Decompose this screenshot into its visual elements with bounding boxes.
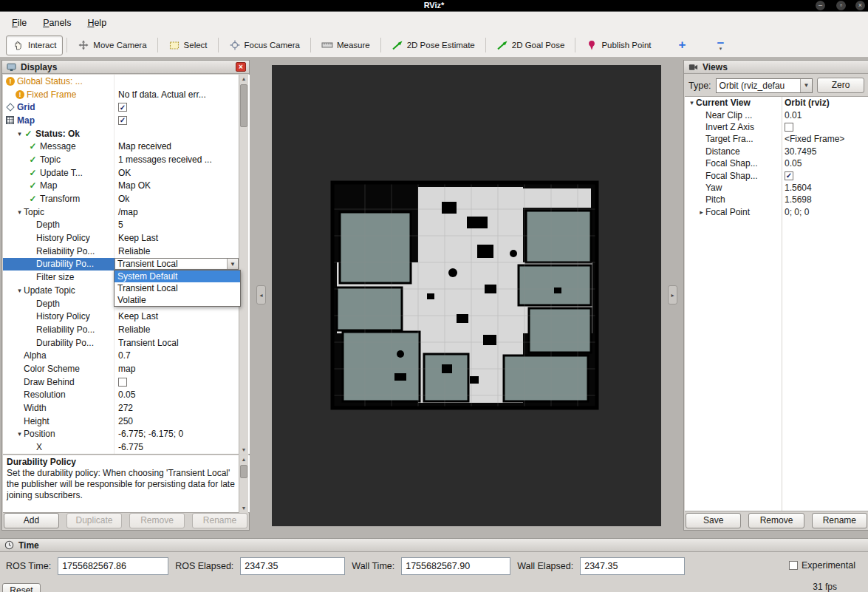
add-tool-button[interactable]: + xyxy=(671,36,694,54)
rename-display-button[interactable]: Rename xyxy=(192,513,247,528)
rename-view-button[interactable]: Rename xyxy=(812,513,867,528)
displays-scrollbar[interactable]: ▲ ▼ xyxy=(239,75,248,455)
time-field-input[interactable] xyxy=(240,557,345,575)
experimental-toggle[interactable]: Experimental xyxy=(789,560,855,571)
tree-row[interactable]: Width272 xyxy=(3,401,240,415)
reset-button[interactable]: Reset xyxy=(2,583,41,592)
tree-row[interactable]: ✓Topic1 messages received ... xyxy=(3,153,240,166)
tree-row[interactable]: ✓TransformOk xyxy=(3,192,240,205)
menu-item-panels[interactable]: Panels xyxy=(35,15,78,31)
close-window-button[interactable]: × xyxy=(855,1,865,10)
tree-row[interactable]: ▸Focal Point0; 0; 0 xyxy=(685,206,868,218)
checkbox-checked[interactable] xyxy=(785,171,793,180)
render-viewport[interactable] xyxy=(272,65,661,526)
tree-row[interactable]: ✓MessageMap received xyxy=(3,140,240,153)
checkbox-unchecked[interactable] xyxy=(118,378,127,387)
right-splitter-handle[interactable]: ▸ xyxy=(668,285,677,304)
remove-display-button[interactable]: Remove xyxy=(129,513,185,528)
remove-view-button[interactable]: Remove xyxy=(748,513,804,528)
tree-row[interactable]: Depth5 xyxy=(3,219,240,232)
minimize-button[interactable]: – xyxy=(816,1,825,10)
collapse-expander-icon[interactable]: ▾ xyxy=(16,287,24,294)
tool-move-camera[interactable]: Move Camera xyxy=(71,35,153,55)
checkbox-unchecked[interactable] xyxy=(785,123,793,132)
scrollbar-thumb[interactable] xyxy=(240,84,247,127)
tree-row[interactable]: Resolution0.05 xyxy=(3,389,240,402)
tree-row[interactable]: !Fixed FrameNo tf data. Actual err... xyxy=(3,88,240,101)
displays-panel-header[interactable]: Displays × xyxy=(2,61,249,74)
scrollbar-thumb[interactable] xyxy=(240,465,247,478)
tree-row[interactable]: Draw Behind xyxy=(3,375,240,389)
menu-item-file[interactable]: File xyxy=(4,15,34,31)
tree-row[interactable]: Reliability Po...Reliable xyxy=(3,245,240,258)
time-field-input[interactable] xyxy=(401,557,510,575)
time-panel-header[interactable]: Time xyxy=(0,539,868,552)
tool-select[interactable]: Select xyxy=(162,35,214,55)
tree-row[interactable]: Grid xyxy=(3,101,240,114)
tree-row[interactable]: Height250 xyxy=(3,415,240,428)
tree-row[interactable]: Yaw1.5604 xyxy=(685,182,868,194)
scroll-up-icon[interactable]: ▲ xyxy=(239,455,248,464)
close-panel-icon[interactable]: × xyxy=(236,62,246,72)
add-display-button[interactable]: Add xyxy=(4,513,59,528)
tool-focus-camera[interactable]: Focus Camera xyxy=(222,35,307,55)
chevron-down-icon[interactable]: ▼ xyxy=(227,259,238,269)
tree-row[interactable]: Durability Po...Transient Local xyxy=(3,336,240,350)
tree-row[interactable]: Near Clip ...0.01 xyxy=(685,109,868,120)
tree-row[interactable]: Focal Shap... xyxy=(685,169,868,181)
maximize-button[interactable]: ▫ xyxy=(836,1,846,10)
tree-row[interactable]: Distance30.7495 xyxy=(685,146,868,157)
tree-row[interactable]: X-6.775 xyxy=(3,440,240,454)
save-view-button[interactable]: Save xyxy=(686,513,741,528)
value-combo-box[interactable]: Transient Local▼ xyxy=(115,258,239,270)
tree-row[interactable]: ▾Position-6.775; -6.175; 0 xyxy=(3,428,240,441)
time-field-input[interactable] xyxy=(580,557,685,575)
duplicate-display-button[interactable]: Duplicate xyxy=(66,513,122,528)
tree-row[interactable]: ▾Topic/map xyxy=(3,205,240,219)
tree-row[interactable]: Focal Shap...0.05 xyxy=(685,157,868,169)
help-scrollbar[interactable]: ▲ ▼ xyxy=(239,455,248,513)
tree-row[interactable]: ▾Current ViewOrbit (rviz) xyxy=(685,97,868,109)
tool-2d-pose-estimate[interactable]: 2D Pose Estimate xyxy=(385,35,482,55)
tree-row[interactable]: Color Schememap xyxy=(3,362,240,375)
tool-publish-point[interactable]: Publish Point xyxy=(579,35,657,55)
collapse-expander-icon[interactable]: ▾ xyxy=(16,430,24,438)
tree-row[interactable]: ▾✓Status: Ok xyxy=(3,127,240,140)
time-field-input[interactable] xyxy=(58,557,168,575)
experimental-checkbox[interactable] xyxy=(789,561,798,570)
remove-tool-button[interactable]: −▼ xyxy=(709,39,731,51)
tree-row[interactable]: Pitch1.5698 xyxy=(685,194,868,205)
checkbox-checked[interactable] xyxy=(118,103,127,112)
tree-row[interactable]: History PolicyKeep Last xyxy=(3,310,240,323)
dropdown-option[interactable]: Transient Local xyxy=(115,282,240,294)
dropdown-option[interactable]: System Default xyxy=(115,271,240,282)
tool-2d-goal-pose[interactable]: 2D Goal Pose xyxy=(490,35,572,55)
tree-row[interactable]: ✓MapMap OK xyxy=(3,180,240,193)
expand-expander-icon[interactable]: ▸ xyxy=(697,208,705,216)
chevron-down-icon[interactable]: ▼ xyxy=(800,79,812,92)
tree-row[interactable]: Target Fra...<Fixed Frame> xyxy=(685,133,868,145)
collapse-expander-icon[interactable]: ▾ xyxy=(16,208,24,216)
menu-item-help[interactable]: Help xyxy=(80,15,114,31)
tree-row[interactable]: Alpha0.7 xyxy=(3,349,240,362)
collapse-expander-icon[interactable]: ▾ xyxy=(16,130,24,137)
tree-row[interactable]: Invert Z Axis xyxy=(685,121,868,133)
scroll-up-icon[interactable]: ▲ xyxy=(239,75,248,84)
tool-measure[interactable]: Measure xyxy=(315,35,377,55)
tree-row[interactable]: Durability Po...Transient Local▼ xyxy=(3,258,240,271)
left-splitter-handle[interactable]: ◂ xyxy=(256,285,266,304)
tree-row[interactable]: History PolicyKeep Last xyxy=(3,231,240,245)
tool-interact[interactable]: Interact xyxy=(6,35,63,55)
view-type-combo[interactable]: Orbit (rviz_defau ▼ xyxy=(716,78,813,93)
collapse-expander-icon[interactable]: ▾ xyxy=(688,99,696,106)
tree-row[interactable]: Map xyxy=(3,114,240,127)
views-panel-header[interactable]: Views xyxy=(684,61,868,74)
title-bar[interactable]: RViz* – ▫ × xyxy=(0,0,868,11)
tree-row[interactable]: !Global Status: ... xyxy=(3,75,240,88)
zero-button[interactable]: Zero xyxy=(817,78,864,93)
checkbox-checked[interactable] xyxy=(118,116,127,125)
tree-row[interactable]: Reliability Po...Reliable xyxy=(3,323,240,336)
scroll-down-icon[interactable]: ▼ xyxy=(239,446,248,455)
dropdown-option[interactable]: Volatile xyxy=(115,294,240,306)
tree-row[interactable]: ✓Update T...OK xyxy=(3,166,240,180)
